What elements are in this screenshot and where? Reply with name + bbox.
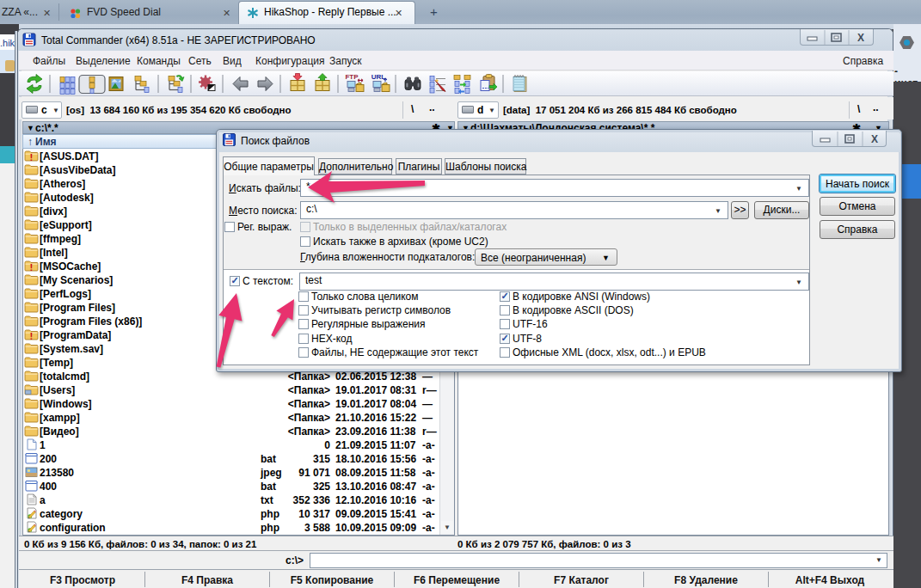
svg-text:!: ! (30, 262, 34, 273)
svg-text:!: ! (30, 331, 34, 341)
svg-text:X: X (871, 133, 878, 145)
svg-text:URL: URL (371, 73, 386, 81)
svg-text:!: ! (30, 152, 34, 162)
svg-text:X: X (857, 32, 864, 44)
svg-text:FTP: FTP (345, 73, 359, 81)
